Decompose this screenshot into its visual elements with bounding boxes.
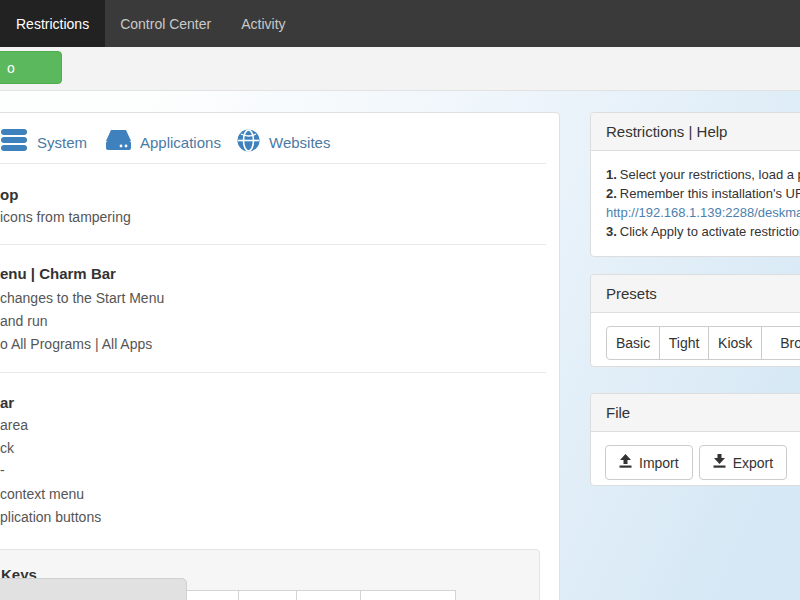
download-icon: [713, 454, 726, 471]
divider: [0, 163, 546, 164]
app-window: Restrictions Control Center Activity o S…: [0, 0, 800, 600]
tab-applications-label: Applications: [140, 134, 221, 151]
restriction-item[interactable]: o All Programs | All Apps: [0, 336, 152, 352]
file-panel-title: File: [591, 394, 800, 432]
restriction-item[interactable]: changes to the Start Menu: [0, 290, 164, 306]
export-button-label: Export: [733, 455, 773, 471]
key-cell[interactable]: [238, 590, 297, 600]
nav-tab-restrictions[interactable]: Restrictions: [0, 0, 105, 47]
divider: [0, 244, 546, 245]
section-heading-start-menu: enu | Charm Bar: [0, 265, 116, 282]
divider: [0, 372, 546, 373]
help-panel-title: Restrictions | Help: [591, 113, 800, 151]
tab-system-label: System: [37, 134, 87, 151]
key-cell[interactable]: [360, 590, 456, 600]
file-panel-body: Import Export: [591, 432, 800, 493]
import-button-label: Import: [639, 455, 679, 471]
undo-button[interactable]: o: [0, 51, 62, 84]
nav-tab-activity[interactable]: Activity: [226, 0, 300, 47]
help-panel: Restrictions | Help 1.Select your restri…: [590, 112, 800, 257]
restriction-item[interactable]: context menu: [0, 486, 84, 502]
toolbar: o: [0, 47, 800, 91]
step-number: 3.: [606, 224, 617, 239]
globe-icon: [237, 129, 260, 156]
restriction-item[interactable]: -: [0, 462, 5, 478]
import-button[interactable]: Import: [605, 445, 693, 480]
section-heading-desktop: op: [0, 186, 18, 203]
restriction-item[interactable]: ck: [0, 440, 14, 456]
key-cell[interactable]: [185, 590, 239, 600]
preset-tight-button[interactable]: Tight: [659, 326, 709, 360]
restriction-item[interactable]: area: [0, 417, 28, 433]
upload-icon: [619, 454, 632, 471]
help-panel-body: 1.Select your restrictions, load a prese…: [591, 151, 800, 255]
keys-table: [185, 590, 456, 600]
restriction-item[interactable]: plication buttons: [0, 509, 101, 525]
step-text: Remember this installation's URL:: [620, 186, 800, 201]
help-step-1: 1.Select your restrictions, load a prese: [606, 165, 800, 184]
installation-url-link[interactable]: http://192.168.1.139:2288/deskman: [606, 205, 800, 220]
tab-system[interactable]: System: [1, 127, 87, 157]
restriction-item[interactable]: icons from tampering: [0, 209, 131, 225]
restriction-item[interactable]: and run: [0, 313, 47, 329]
presets-button-group: Basic Tight Kiosk Bro: [591, 313, 800, 373]
tooltip-box: [0, 578, 187, 600]
nav-tab-control-center[interactable]: Control Center: [105, 0, 226, 47]
database-icon: [1, 129, 28, 156]
harddrive-icon: [106, 130, 131, 155]
preset-kiosk-button[interactable]: Kiosk: [708, 326, 762, 360]
presets-panel: Presets Basic Tight Kiosk Bro: [590, 274, 800, 367]
section-heading-taskbar: ar: [0, 394, 14, 411]
help-step-2: 2.Remember this installation's URL:: [606, 184, 800, 203]
preset-basic-button[interactable]: Basic: [606, 326, 660, 360]
step-text: Click Apply to activate restrictions: [620, 224, 800, 239]
step-text: Select your restrictions, load a prese: [620, 167, 800, 182]
tab-websites[interactable]: Websites: [237, 127, 330, 157]
presets-panel-title: Presets: [591, 275, 800, 313]
export-button[interactable]: Export: [699, 445, 787, 480]
top-navbar: Restrictions Control Center Activity: [0, 0, 800, 47]
tab-applications[interactable]: Applications: [106, 127, 221, 157]
step-number: 1.: [606, 167, 617, 182]
help-step-3: 3.Click Apply to activate restrictions: [606, 222, 800, 241]
restrictions-panel: [0, 112, 560, 600]
tab-websites-label: Websites: [269, 134, 330, 151]
file-panel: File Import Export: [590, 393, 800, 486]
preset-browser-button[interactable]: Bro: [761, 326, 800, 360]
key-cell[interactable]: [296, 590, 361, 600]
step-number: 2.: [606, 186, 617, 201]
